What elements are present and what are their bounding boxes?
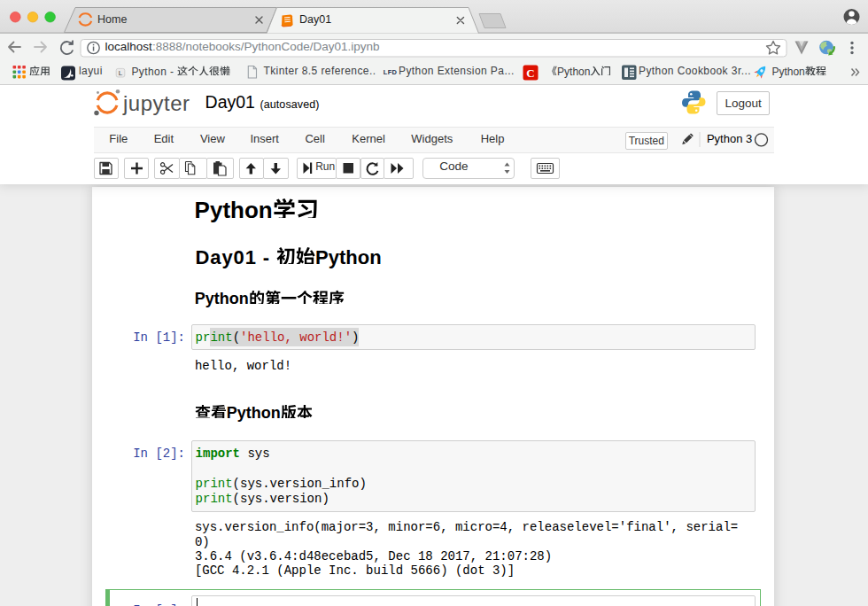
svg-text:L: L	[119, 69, 123, 77]
svg-text:C: C	[526, 66, 534, 80]
svg-text:LFD: LFD	[384, 68, 398, 76]
